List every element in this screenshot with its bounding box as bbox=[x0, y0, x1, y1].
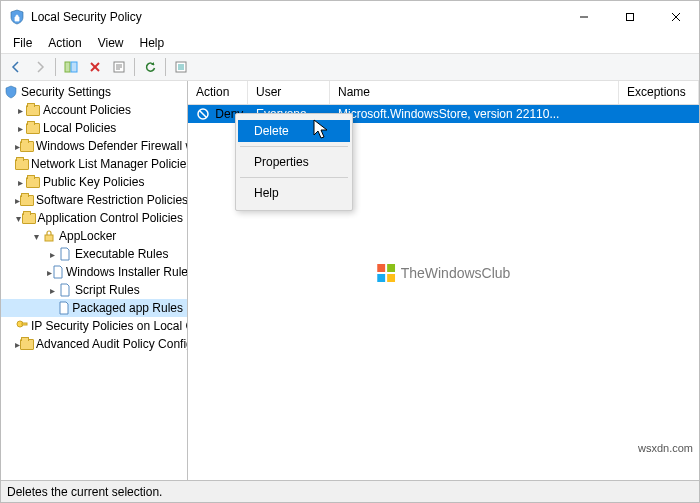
tree-pane: Security Settings ▸Account Policies ▸Loc… bbox=[1, 81, 188, 480]
tree-item-network-list[interactable]: Network List Manager Policies bbox=[1, 155, 187, 173]
context-menu-separator bbox=[240, 177, 348, 178]
tree-item-installer-rules[interactable]: ▸Windows Installer Rules bbox=[1, 263, 187, 281]
chevron-right-icon: ▸ bbox=[45, 267, 52, 278]
chevron-right-icon: ▸ bbox=[13, 195, 20, 206]
folder-icon bbox=[20, 138, 34, 154]
column-name[interactable]: Name bbox=[330, 81, 619, 104]
chevron-right-icon: ▸ bbox=[13, 123, 25, 134]
menu-action[interactable]: Action bbox=[40, 34, 89, 52]
folder-icon bbox=[25, 174, 41, 190]
cell-name: Microsoft.WindowsStore, version 22110... bbox=[330, 107, 619, 121]
folder-icon bbox=[20, 192, 34, 208]
svg-rect-21 bbox=[377, 264, 385, 272]
tree-item-advanced-audit[interactable]: ▸Advanced Audit Policy Configuration bbox=[1, 335, 187, 353]
tree-item-ip-security[interactable]: IP Security Policies on Local Computer bbox=[1, 317, 187, 335]
chevron-down-icon: ▾ bbox=[13, 213, 22, 224]
delete-button[interactable] bbox=[84, 56, 106, 78]
svg-rect-1 bbox=[627, 14, 634, 21]
context-menu-help[interactable]: Help bbox=[238, 182, 350, 204]
tree-root[interactable]: Security Settings bbox=[1, 83, 187, 101]
column-action[interactable]: Action bbox=[188, 81, 248, 104]
window-controls bbox=[561, 1, 699, 33]
tree-item-applocker[interactable]: ▾AppLocker bbox=[1, 227, 187, 245]
menu-file[interactable]: File bbox=[5, 34, 40, 52]
document-icon bbox=[57, 282, 73, 298]
export-list-button[interactable] bbox=[170, 56, 192, 78]
context-menu: Delete Properties Help bbox=[235, 113, 353, 211]
tree-item-windows-firewall[interactable]: ▸Windows Defender Firewall with Advanced… bbox=[1, 137, 187, 155]
properties-button[interactable] bbox=[108, 56, 130, 78]
minimize-button[interactable] bbox=[561, 1, 607, 33]
show-hide-tree-button[interactable] bbox=[60, 56, 82, 78]
chevron-right-icon: ▸ bbox=[13, 177, 25, 188]
svg-rect-23 bbox=[377, 274, 385, 282]
svg-rect-22 bbox=[387, 264, 395, 272]
watermark: TheWindowsClub bbox=[377, 264, 511, 282]
toolbar-separator bbox=[165, 58, 166, 76]
toolbar-separator bbox=[55, 58, 56, 76]
lock-icon bbox=[41, 228, 57, 244]
list-header: Action User Name Exceptions bbox=[188, 81, 699, 105]
svg-rect-4 bbox=[65, 62, 70, 72]
titlebar: Local Security Policy bbox=[1, 1, 699, 33]
document-icon bbox=[52, 264, 64, 280]
statusbar: Deletes the current selection. bbox=[1, 480, 699, 502]
deny-icon bbox=[196, 107, 210, 121]
chevron-right-icon: ▸ bbox=[45, 249, 57, 260]
refresh-button[interactable] bbox=[139, 56, 161, 78]
folder-icon bbox=[15, 156, 29, 172]
back-button[interactable] bbox=[5, 56, 27, 78]
column-exceptions[interactable]: Exceptions bbox=[619, 81, 699, 104]
statusbar-text: Deletes the current selection. bbox=[7, 485, 162, 499]
svg-rect-24 bbox=[387, 274, 395, 282]
folder-icon bbox=[20, 336, 34, 352]
chevron-right-icon: ▸ bbox=[13, 339, 20, 350]
tree-item-local-policies[interactable]: ▸Local Policies bbox=[1, 119, 187, 137]
tree-item-account-policies[interactable]: ▸Account Policies bbox=[1, 101, 187, 119]
context-menu-separator bbox=[240, 146, 348, 147]
windows-icon bbox=[377, 264, 395, 282]
svg-rect-16 bbox=[45, 235, 53, 241]
folder-icon bbox=[25, 102, 41, 118]
toolbar bbox=[1, 53, 699, 81]
chevron-right-icon: ▸ bbox=[45, 285, 57, 296]
tree-item-packaged-app-rules[interactable]: Packaged app Rules bbox=[1, 299, 187, 317]
tree-item-public-key[interactable]: ▸Public Key Policies bbox=[1, 173, 187, 191]
key-icon bbox=[15, 318, 29, 334]
chevron-right-icon: ▸ bbox=[13, 141, 20, 152]
menu-view[interactable]: View bbox=[90, 34, 132, 52]
column-user[interactable]: User bbox=[248, 81, 330, 104]
toolbar-separator bbox=[134, 58, 135, 76]
credit-text: wsxdn.com bbox=[638, 442, 693, 454]
shield-icon bbox=[3, 84, 19, 100]
maximize-button[interactable] bbox=[607, 1, 653, 33]
tree-item-software-restriction[interactable]: ▸Software Restriction Policies bbox=[1, 191, 187, 209]
chevron-down-icon: ▾ bbox=[29, 231, 41, 242]
folder-icon bbox=[25, 120, 41, 136]
svg-line-20 bbox=[200, 111, 207, 118]
document-icon bbox=[57, 300, 70, 316]
svg-rect-18 bbox=[22, 323, 27, 325]
chevron-right-icon: ▸ bbox=[13, 105, 25, 116]
window-title: Local Security Policy bbox=[31, 10, 561, 24]
list-pane: Action User Name Exceptions Deny Everyon… bbox=[188, 81, 699, 480]
menubar: File Action View Help bbox=[1, 33, 699, 53]
tree-item-app-control[interactable]: ▾Application Control Policies bbox=[1, 209, 187, 227]
folder-icon bbox=[22, 210, 36, 226]
forward-button[interactable] bbox=[29, 56, 51, 78]
app-icon bbox=[9, 9, 25, 25]
tree-item-executable-rules[interactable]: ▸Executable Rules bbox=[1, 245, 187, 263]
svg-rect-5 bbox=[71, 62, 77, 72]
menu-help[interactable]: Help bbox=[132, 34, 173, 52]
close-button[interactable] bbox=[653, 1, 699, 33]
context-menu-properties[interactable]: Properties bbox=[238, 151, 350, 173]
document-icon bbox=[57, 246, 73, 262]
tree-item-script-rules[interactable]: ▸Script Rules bbox=[1, 281, 187, 299]
context-menu-delete[interactable]: Delete bbox=[238, 120, 350, 142]
